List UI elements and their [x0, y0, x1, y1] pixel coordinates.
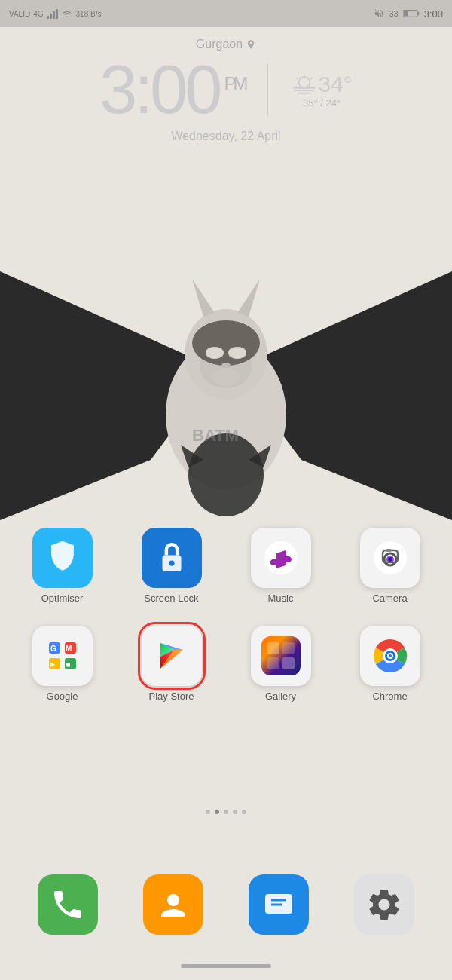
app-optimiser[interactable]: Optimiser [21, 528, 104, 604]
clock-section: Gurgaon 3:00PM 34° [0, 38, 452, 143]
svg-point-19 [206, 347, 224, 359]
date-display: Wednesday, 22 April [0, 130, 452, 143]
app-row-1: Optimiser Screen Lock [0, 528, 452, 622]
shield-icon [45, 538, 80, 577]
weather-icon [291, 74, 318, 95]
google-grid-icon: G M ▶ ◼ [43, 636, 82, 675]
operator-label: VALID [9, 10, 30, 18]
settings-icon-wrap[interactable] [354, 874, 414, 935]
camera-label: Camera [372, 593, 407, 604]
svg-rect-51 [267, 642, 279, 654]
app-gallery[interactable]: Gallery [240, 626, 322, 702]
gallery-icon-wrap[interactable] [251, 626, 311, 686]
chrome-icon [371, 636, 410, 675]
phone-icon [50, 887, 86, 923]
gear-icon [365, 886, 403, 923]
signal-bar-4 [56, 9, 58, 19]
dock-messages[interactable] [237, 874, 320, 935]
google-label: Google [47, 691, 78, 702]
dock-settings[interactable] [343, 874, 426, 935]
app-google[interactable]: G M ▶ ◼ Google [21, 626, 104, 702]
svg-point-22 [212, 368, 240, 386]
status-bar: VALID 4G 318 B/s 33 3:00 [0, 0, 452, 27]
svg-point-21 [221, 363, 231, 369]
page-dot-4[interactable] [233, 810, 237, 814]
svg-text:◼: ◼ [66, 661, 71, 668]
location-text: Gurgaon [0, 38, 452, 51]
wifi-icon [61, 8, 73, 19]
speed-label: 318 B/s [76, 10, 102, 18]
signal-bars [47, 8, 58, 19]
app-music[interactable]: Music [240, 528, 322, 604]
phone-icon-wrap[interactable] [38, 874, 98, 935]
batman-svg: BATM [0, 234, 452, 535]
gallery-icon [261, 636, 301, 675]
svg-point-23 [188, 433, 264, 516]
page-dot-2[interactable] [215, 810, 219, 814]
music-label: Music [268, 593, 294, 604]
app-camera[interactable]: Camera [349, 528, 432, 604]
clock-pm: PM [224, 73, 245, 93]
svg-point-59 [389, 654, 392, 657]
temperature-display: 34° [318, 72, 352, 97]
svg-point-35 [388, 557, 392, 562]
svg-rect-1 [417, 12, 419, 15]
chrome-icon-wrap[interactable] [360, 626, 420, 686]
home-indicator[interactable] [181, 964, 271, 968]
music-icon-wrap[interactable] [251, 528, 311, 588]
first-app-row: Optimiser Screen Lock [8, 528, 444, 604]
network-label: 4G [33, 10, 43, 18]
svg-point-28 [169, 561, 174, 566]
weather-section: 34° 35° / 24° [291, 72, 352, 109]
svg-point-18 [192, 320, 260, 366]
messages-icon-wrap[interactable] [249, 874, 309, 935]
svg-point-31 [282, 556, 289, 562]
location-label: Gurgaon [196, 38, 243, 51]
dock-phone[interactable] [26, 874, 109, 935]
playstore-icon-wrap[interactable] [142, 626, 202, 686]
svg-line-8 [311, 78, 313, 79]
page-dot-3[interactable] [224, 810, 228, 814]
svg-line-9 [297, 78, 298, 79]
screenlock-icon-wrap[interactable] [142, 528, 202, 588]
app-chrome[interactable]: Chrome [349, 626, 432, 702]
camera-icon-wrap[interactable] [360, 528, 420, 588]
page-dot-1[interactable] [206, 810, 210, 814]
svg-point-3 [299, 77, 310, 87]
svg-point-20 [228, 347, 246, 359]
svg-text:BATM: BATM [192, 426, 239, 445]
google-icon-wrap[interactable]: G M ▶ ◼ [32, 626, 93, 686]
svg-rect-52 [282, 642, 295, 654]
playstore-label: Play Store [149, 691, 194, 702]
svg-point-60 [167, 894, 179, 906]
status-right: 33 3:00 [374, 8, 443, 20]
app-screenlock[interactable]: Screen Lock [130, 528, 213, 604]
dock-contacts[interactable] [132, 874, 215, 935]
optimiser-label: Optimiser [41, 593, 84, 604]
page-dots [0, 810, 452, 814]
clock-time-display: 3:00PM [99, 56, 245, 124]
divider [267, 63, 268, 116]
camera-icon [372, 540, 408, 576]
signal-bar-3 [53, 11, 55, 19]
svg-rect-53 [267, 657, 279, 669]
music-note-icon [263, 540, 299, 576]
weather-row: 34° [291, 72, 352, 97]
svg-text:▶: ▶ [50, 661, 56, 668]
optimiser-icon-wrap[interactable] [32, 528, 93, 588]
contacts-icon [155, 887, 191, 923]
contacts-icon-wrap[interactable] [143, 874, 203, 935]
page-dot-5[interactable] [242, 810, 246, 814]
location-pin-icon [246, 39, 256, 50]
signal-bar-1 [47, 16, 49, 19]
screenlock-label: Screen Lock [144, 593, 198, 604]
svg-point-30 [270, 559, 276, 565]
chrome-label: Chrome [372, 691, 407, 702]
svg-rect-50 [261, 636, 301, 675]
temp-range: 35° / 24° [303, 97, 341, 109]
app-playstore[interactable]: Play Store [130, 626, 213, 702]
batman-wallpaper: BATM [0, 234, 452, 535]
messages-icon [261, 887, 297, 923]
status-left: VALID 4G 318 B/s [9, 8, 101, 19]
svg-rect-54 [282, 657, 295, 669]
